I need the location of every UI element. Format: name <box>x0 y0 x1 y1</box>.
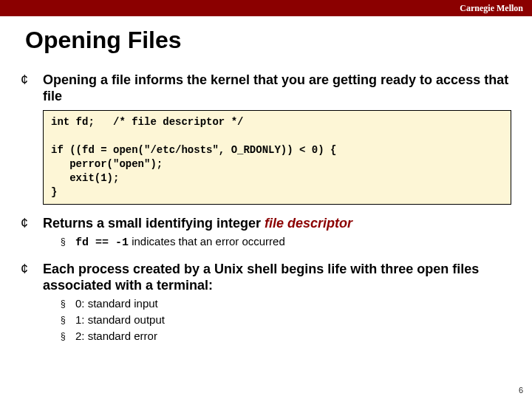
bullet-item: ¢ Returns a small identifying integer fi… <box>21 215 511 231</box>
page-number: 6 <box>519 386 523 395</box>
slide-title: Opening Files <box>0 16 532 54</box>
bullet-icon: ¢ <box>21 215 43 231</box>
sub-item: § 1: standard output <box>61 313 511 327</box>
sub-text: fd == -1 indicates that an error occurre… <box>75 234 285 250</box>
square-bullet-icon: § <box>61 296 75 311</box>
inline-code: fd == -1 <box>75 236 129 249</box>
sub-list: § 0: standard input § 1: standard output… <box>21 296 511 344</box>
bullet-item: ¢ Opening a file informs the kernel that… <box>21 72 511 104</box>
institution-label: Carnegie Mellon <box>460 3 523 13</box>
bullet-text-part: Returns a small identifying integer <box>43 216 265 231</box>
bullet-icon: ¢ <box>21 261 43 277</box>
square-bullet-icon: § <box>61 313 75 327</box>
header-bar: Carnegie Mellon <box>0 0 532 16</box>
square-bullet-icon: § <box>61 329 75 344</box>
slide-content: ¢ Opening a file informs the kernel that… <box>0 54 532 344</box>
bullet-icon: ¢ <box>21 72 43 88</box>
sub-item: § 0: standard input <box>61 296 511 311</box>
square-bullet-icon: § <box>61 234 75 249</box>
bullet-text: Each process created by a Unix shell beg… <box>43 261 511 293</box>
bullet-text: Opening a file informs the kernel that y… <box>43 72 511 104</box>
bullet-item: ¢ Each process created by a Unix shell b… <box>21 261 511 293</box>
code-block: int fd; /* file descriptor */ if ((fd = … <box>43 110 511 205</box>
sub-item: § fd == -1 indicates that an error occur… <box>61 234 511 250</box>
sub-item: § 2: standard error <box>61 329 511 344</box>
sub-list: § fd == -1 indicates that an error occur… <box>21 234 511 250</box>
sub-text: 1: standard output <box>75 313 165 327</box>
bullet-text: Returns a small identifying integer file… <box>43 215 352 231</box>
sub-text: 2: standard error <box>75 329 157 344</box>
sub-text: 0: standard input <box>75 296 158 311</box>
sub-text-rest: indicates that an error occurred <box>129 235 285 248</box>
bullet-emphasis: file descriptor <box>265 216 352 231</box>
